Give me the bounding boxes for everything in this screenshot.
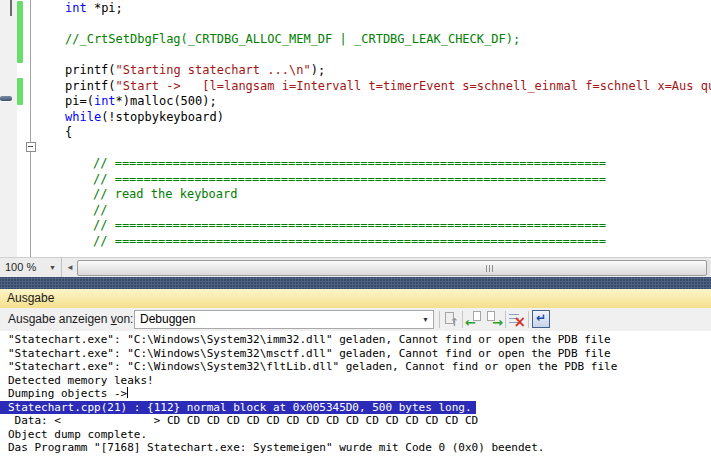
code-segment: while — [65, 110, 101, 124]
code-segment: "Start -> [l=langsam i=Intervall t=timer… — [116, 79, 711, 93]
output-line[interactable]: Object dump complete. — [8, 428, 711, 442]
output-line[interactable]: "Statechart.exe": "C:\Windows\System32\i… — [8, 333, 711, 347]
output-text-area[interactable]: "Statechart.exe": "C:\Windows\System32\i… — [0, 331, 711, 472]
clear-all-icon[interactable]: × — [509, 311, 525, 327]
code-segment: pi=( — [65, 94, 94, 108]
output-line[interactable]: "Statechart.exe": "C:\Windows\System32\f… — [8, 360, 711, 374]
output-panel-header[interactable]: Ausgabe — [0, 289, 711, 308]
arrow-right-icon: → — [492, 315, 503, 330]
toolbar-separator — [462, 311, 463, 328]
output-line-text: Detected memory leaks! — [8, 374, 154, 387]
output-line-text: Das Programm "[7168] Statechart.exe: Sys… — [8, 441, 544, 454]
output-line-text: "Statechart.exe": "C:\Windows\System32\i… — [8, 333, 611, 346]
scroll-left-arrow[interactable]: ◄ — [63, 258, 77, 277]
code-line[interactable]: printf("Start -> [l=langsam i=Intervall … — [0, 79, 711, 95]
show-output-from-dropdown[interactable]: Debuggen ▼ — [134, 310, 434, 329]
toggle-word-wrap-icon[interactable]: ↵ — [532, 310, 550, 328]
output-panel-title: Ausgabe — [7, 289, 54, 308]
code-segment: // =====================================… — [93, 234, 606, 248]
code-segment: { — [65, 125, 72, 139]
chevron-down-icon: ▼ — [422, 311, 429, 328]
code-line[interactable]: // =====================================… — [0, 172, 711, 188]
code-segment: printf( — [65, 63, 116, 77]
code-segment: "Starting statechart ...\n" — [116, 63, 311, 77]
code-line[interactable]: // — [0, 203, 711, 219]
red-x-icon: × — [513, 313, 526, 331]
return-arrow-icon: ↵ — [536, 311, 546, 325]
code-line[interactable] — [0, 141, 711, 157]
code-segment: (!stopbykeyboard) — [101, 110, 224, 124]
previous-message-icon[interactable]: ← — [466, 311, 482, 327]
highlighted-output-line: Statechart.cpp(21) : {112} normal block … — [0, 401, 476, 415]
code-segment: // =====================================… — [93, 172, 606, 186]
output-line[interactable]: Detected memory leaks! — [8, 374, 711, 388]
show-output-from-value: Debuggen — [140, 311, 195, 328]
editor-bottom-bar: 100 % ▼ ◄ — [0, 257, 711, 277]
code-line[interactable]: // =====================================… — [0, 156, 711, 172]
visual-studio-window: int *pi;//_CrtSetDbgFlag(_CRTDBG_ALLOC_M… — [0, 0, 711, 472]
output-line[interactable]: Data: < > CD CD CD CD CD CD CD CD CD CD … — [8, 414, 711, 428]
code-line[interactable] — [0, 48, 711, 64]
window-background-band — [0, 277, 711, 289]
code-line[interactable]: //_CrtSetDbgFlag(_CRTDBG_ALLOC_MEM_DF | … — [0, 32, 711, 48]
code-segment: int — [65, 1, 87, 15]
output-line-text: Dumping objects -> — [8, 387, 127, 400]
code-segment: // — [93, 203, 107, 217]
code-segment: // read the keyboard — [93, 187, 238, 201]
toolbar-separator — [505, 311, 506, 328]
output-line[interactable]: Dumping objects -> — [8, 387, 711, 401]
code-line[interactable]: // =====================================… — [0, 218, 711, 234]
output-line-text: "Statechart.exe": "C:\Windows\System32\m… — [8, 347, 611, 360]
code-line[interactable] — [0, 17, 711, 33]
code-line[interactable]: { — [0, 125, 711, 141]
output-line-text: "Statechart.exe": "C:\Windows\System32\f… — [8, 360, 617, 373]
code-segment: *)malloc(500); — [116, 94, 217, 108]
output-line[interactable]: Statechart.cpp(21) : {112} normal block … — [8, 401, 711, 415]
scrollbar-thumb[interactable] — [77, 260, 707, 276]
horizontal-scrollbar[interactable] — [77, 260, 710, 276]
output-line[interactable]: Das Programm "[7168] Statechart.exe: Sys… — [8, 441, 711, 455]
toolbar-separator — [528, 311, 529, 328]
code-segment: // =====================================… — [93, 218, 606, 232]
code-line[interactable]: // =====================================… — [0, 234, 711, 250]
arrow-up-icon: ↑ — [450, 316, 459, 329]
output-line[interactable]: "Statechart.exe": "C:\Windows\System32\m… — [8, 347, 711, 361]
output-toolbar: Ausgabe anzeigen von: Debuggen ▼ ↑ ← → ×… — [0, 308, 711, 331]
code-segment: ); — [311, 63, 325, 77]
code-text[interactable]: int *pi;//_CrtSetDbgFlag(_CRTDBG_ALLOC_M… — [0, 1, 711, 249]
show-output-from-label: Ausgabe anzeigen von: — [8, 308, 133, 331]
code-line[interactable]: int *pi; — [0, 1, 711, 17]
code-editor[interactable]: int *pi;//_CrtSetDbgFlag(_CRTDBG_ALLOC_M… — [0, 0, 711, 257]
scrollbar-grip-icon — [486, 265, 487, 272]
code-line[interactable]: // read the keyboard — [0, 187, 711, 203]
code-line[interactable]: while(!stopbykeyboard) — [0, 110, 711, 126]
toolbar-separator — [439, 311, 440, 328]
code-segment: *pi; — [87, 1, 123, 15]
text-caret — [127, 387, 128, 398]
code-segment: printf( — [65, 79, 116, 93]
code-line[interactable]: pi=(int*)malloc(500); — [0, 94, 711, 110]
output-line-text: Object dump complete. — [8, 428, 147, 441]
code-segment: //_CrtSetDbgFlag(_CRTDBG_ALLOC_MEM_DF | … — [65, 32, 520, 46]
zoom-level-value: 100 % — [5, 258, 36, 277]
find-message-in-code-icon[interactable]: ↑ — [443, 311, 459, 327]
next-message-icon[interactable]: → — [486, 311, 502, 327]
output-line-text: Data: < > CD CD CD CD CD CD CD CD CD CD … — [8, 414, 478, 427]
arrow-left-icon: ← — [465, 315, 476, 330]
code-line[interactable]: printf("Starting statechart ...\n"); — [0, 63, 711, 79]
code-segment: int — [94, 94, 116, 108]
code-segment: // =====================================… — [93, 156, 606, 170]
chevron-down-icon: ▼ — [49, 258, 56, 277]
zoom-level-dropdown[interactable]: 100 % ▼ — [0, 258, 62, 277]
